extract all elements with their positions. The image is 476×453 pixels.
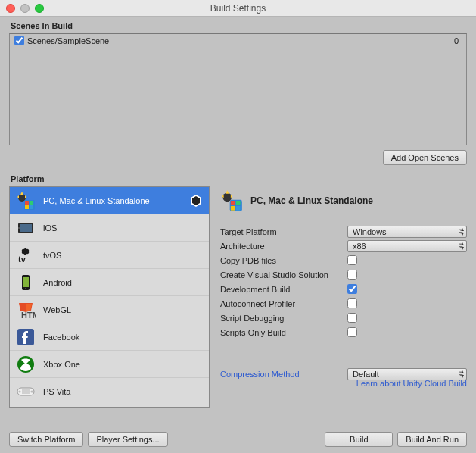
details-title: PC, Mac & Linux Standalone [250, 195, 373, 206]
platform-heading: Platform [0, 170, 476, 186]
titlebar: Build Settings [0, 0, 476, 17]
window-title: Build Settings [0, 3, 476, 14]
svg-rect-9 [20, 224, 32, 232]
platform-label: Android [43, 278, 203, 287]
scripts-only-checkbox[interactable] [347, 327, 357, 337]
standalone-icon [220, 189, 243, 212]
create-vs-checkbox[interactable] [347, 270, 357, 280]
svg-point-22 [222, 193, 232, 202]
svg-rect-13 [23, 277, 29, 287]
footer: Switch Platform Player Settings... Build… [9, 432, 467, 447]
android-icon [16, 273, 36, 292]
build-button[interactable]: Build [325, 432, 393, 447]
scene-name: Scenes/SampleScene [27, 36, 454, 45]
minimize-icon[interactable] [20, 4, 30, 13]
copy-pdb-checkbox[interactable] [347, 255, 357, 265]
scene-checkbox[interactable] [14, 36, 24, 45]
build-and-run-button[interactable]: Build And Run [397, 432, 467, 447]
script-debug-label: Script Debugging [220, 314, 347, 323]
switch-platform-button[interactable]: Switch Platform [9, 432, 83, 447]
platform-item-psvita[interactable]: PS Vita [10, 378, 209, 405]
add-open-scenes-button[interactable]: Add Open Scenes [383, 150, 467, 165]
architecture-select[interactable]: x86▴▾ [347, 240, 467, 252]
platform-label: WebGL [43, 305, 203, 314]
window-controls [0, 4, 44, 13]
platform-label: Facebook [43, 333, 203, 342]
unity-icon [189, 194, 203, 208]
scene-index: 0 [454, 36, 462, 45]
platform-label: Xbox One [43, 360, 203, 369]
svg-rect-26 [231, 206, 235, 211]
svg-rect-19 [22, 389, 30, 394]
svg-rect-5 [30, 205, 33, 209]
platform-list[interactable]: PC, Mac & Linux Standalone iOS tv tvOS A… [9, 186, 210, 408]
platform-label: tvOS [43, 251, 203, 260]
platform-item-standalone[interactable]: PC, Mac & Linux Standalone [10, 187, 209, 214]
svg-rect-4 [25, 205, 29, 209]
svg-point-10 [18, 227, 20, 229]
auto-profiler-checkbox[interactable] [347, 298, 357, 308]
svg-point-14 [25, 288, 26, 289]
scenes-heading: Scenes In Build [0, 17, 476, 33]
tvos-icon: tv [16, 245, 36, 265]
webgl-icon: HTML [16, 300, 36, 320]
scenes-list[interactable]: Scenes/SampleScene 0 [9, 33, 467, 145]
copy-pdb-label: Copy PDB files [220, 256, 347, 265]
platform-label: PS Vita [43, 387, 203, 396]
svg-rect-25 [236, 201, 241, 205]
platform-details: PC, Mac & Linux Standalone Target Platfo… [217, 186, 467, 408]
svg-rect-27 [236, 206, 241, 211]
platform-item-webgl[interactable]: HTML WebGL [10, 296, 209, 323]
scripts-only-label: Scripts Only Build [220, 328, 347, 337]
ios-icon [16, 218, 36, 238]
player-settings-button[interactable]: Player Settings... [88, 432, 167, 447]
platform-item-tvos[interactable]: tv tvOS [10, 242, 209, 269]
close-icon[interactable] [6, 4, 15, 13]
platform-item-android[interactable]: Android [10, 269, 209, 296]
learn-cloud-build-link[interactable]: Learn about Unity Cloud Build [356, 379, 467, 388]
platform-item-facebook[interactable]: Facebook [10, 323, 209, 351]
svg-rect-24 [231, 201, 235, 205]
psvita-icon [16, 382, 36, 401]
script-debug-checkbox[interactable] [347, 313, 357, 323]
svg-point-21 [30, 390, 33, 392]
svg-rect-2 [25, 201, 29, 205]
dev-build-checkbox[interactable] [347, 284, 357, 294]
create-vs-label: Create Visual Studio Solution [220, 270, 347, 280]
dev-build-label: Development Build [220, 285, 347, 294]
svg-point-20 [18, 390, 20, 392]
auto-profiler-label: Autoconnect Profiler [220, 299, 347, 308]
compression-label[interactable]: Compression Method [220, 370, 347, 379]
svg-rect-3 [30, 201, 33, 205]
platform-item-ios[interactable]: iOS [10, 214, 209, 242]
standalone-icon [16, 191, 36, 211]
zoom-icon[interactable] [35, 4, 44, 13]
platform-item-xboxone[interactable]: Xbox One [10, 351, 209, 378]
target-platform-label: Target Platform [220, 227, 347, 236]
svg-text:tv: tv [18, 255, 26, 264]
svg-point-0 [18, 194, 26, 202]
scene-row[interactable]: Scenes/SampleScene 0 [10, 34, 466, 47]
svg-text:HTML: HTML [21, 311, 36, 320]
target-platform-select[interactable]: Windows▴▾ [347, 226, 467, 238]
xbox-icon [16, 355, 36, 374]
architecture-label: Architecture [220, 242, 347, 251]
platform-label: iOS [43, 223, 203, 233]
facebook-icon [16, 327, 36, 347]
platform-label: PC, Mac & Linux Standalone [43, 196, 182, 205]
